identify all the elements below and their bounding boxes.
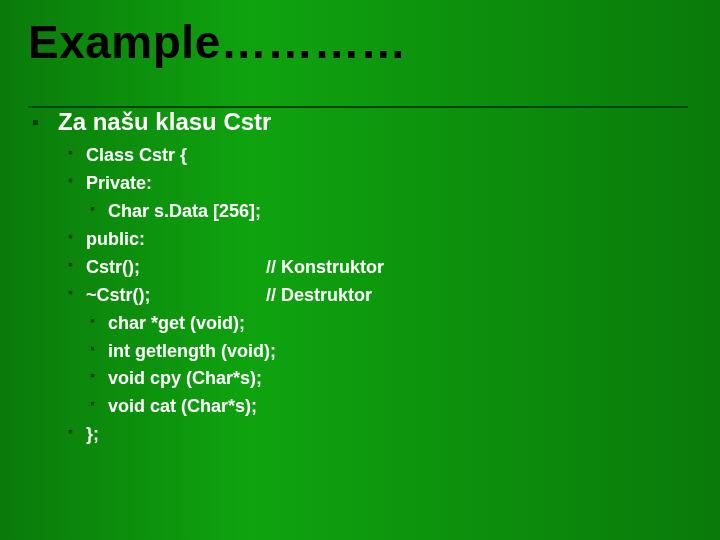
slide-title: Example………… bbox=[28, 18, 692, 72]
ctor-comment: // Konstruktor bbox=[266, 257, 384, 277]
dtor-call: ~Cstr(); bbox=[86, 282, 266, 310]
line-cat: void cat (Char*s); bbox=[108, 393, 692, 421]
line-ctor: Cstr();// Konstruktor bbox=[86, 254, 692, 282]
private-label: Private: bbox=[86, 173, 152, 193]
line-private: Private: Char s.Data [256]; bbox=[86, 170, 692, 226]
heading-item: Za našu klasu Cstr Class Cstr { Private:… bbox=[54, 108, 692, 449]
line-char-sdata: Char s.Data [256]; bbox=[108, 198, 692, 226]
line-get: char *get (void); bbox=[108, 310, 692, 338]
line-getlength: int getlength (void); bbox=[108, 338, 692, 366]
line-class-open: Class Cstr { bbox=[86, 142, 692, 170]
line-dtor: ~Cstr();// Destruktor char *get (void); … bbox=[86, 282, 692, 421]
ctor-call: Cstr(); bbox=[86, 254, 266, 282]
dtor-comment: // Destruktor bbox=[266, 285, 372, 305]
heading-text: Za našu klasu Cstr bbox=[58, 108, 271, 135]
content-block: Za našu klasu Cstr Class Cstr { Private:… bbox=[28, 108, 692, 449]
slide: Example………… Za našu klasu Cstr Class Cst… bbox=[0, 0, 720, 540]
line-public: public: bbox=[86, 226, 692, 254]
line-class-close: }; bbox=[86, 421, 692, 449]
line-cpy: void cpy (Char*s); bbox=[108, 365, 692, 393]
